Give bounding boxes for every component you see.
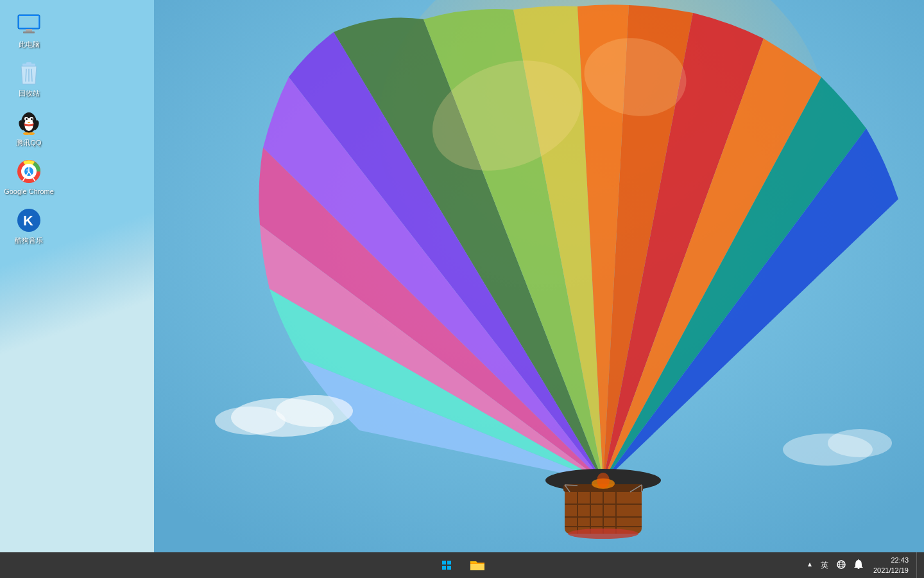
desktop-icon-kugou[interactable]: K 酷狗音乐 — [0, 202, 58, 250]
system-clock[interactable]: 22:43 2021/12/19 — [868, 554, 914, 577]
svg-rect-31 — [26, 62, 31, 64]
svg-marker-56 — [808, 563, 812, 566]
svg-rect-62 — [857, 568, 859, 569]
qq-icon-label: 腾讯QQ — [16, 138, 41, 147]
svg-point-22 — [276, 395, 353, 427]
svg-line-34 — [31, 69, 32, 82]
svg-point-44 — [28, 132, 35, 135]
chrome-icon — [16, 159, 42, 184]
file-explorer-button[interactable] — [463, 552, 492, 578]
start-button[interactable] — [432, 552, 461, 578]
svg-point-19 — [597, 473, 610, 488]
chrome-icon-label: Google Chrome — [4, 187, 54, 196]
svg-line-14 — [565, 485, 578, 486]
computer-icon — [16, 12, 42, 37]
qq-icon — [16, 110, 42, 136]
svg-point-20 — [568, 529, 638, 539]
svg-rect-29 — [23, 31, 35, 33]
taskbar: 英 22:43 2021/12/19 — [0, 552, 924, 578]
svg-point-23 — [215, 407, 286, 435]
desktop: 此电脑 回收站 — [0, 0, 924, 552]
show-hidden-icons-button[interactable] — [804, 560, 816, 570]
recycle-icon-label: 回收站 — [19, 89, 40, 98]
recycle-icon — [16, 60, 42, 86]
taskbar-center — [432, 552, 492, 578]
desktop-icon-recycle[interactable]: 回收站 — [0, 55, 58, 103]
svg-point-40 — [31, 118, 33, 120]
svg-rect-28 — [26, 29, 32, 31]
notification-icon[interactable] — [851, 558, 866, 572]
show-desktop-button[interactable] — [916, 552, 920, 578]
language-indicator[interactable]: 英 — [818, 559, 831, 572]
svg-text:K: K — [23, 213, 33, 229]
kugou-icon-label: 酷狗音乐 — [15, 236, 43, 245]
svg-point-39 — [26, 118, 28, 120]
computer-icon-label: 此电脑 — [19, 40, 40, 49]
kugou-icon: K — [16, 207, 42, 233]
desktop-icon-qq[interactable]: 腾讯QQ — [0, 105, 58, 152]
taskbar-right: 英 22:43 2021/12/19 — [804, 552, 920, 578]
svg-line-32 — [26, 69, 26, 82]
clock-date: 2021/12/19 — [873, 565, 909, 576]
svg-point-25 — [828, 429, 892, 457]
desktop-icon-computer[interactable]: 此电脑 — [0, 6, 58, 54]
svg-rect-27 — [19, 16, 38, 28]
network-icon[interactable] — [834, 559, 849, 572]
desktop-icons: 此电脑 回收站 — [0, 6, 64, 251]
clock-time: 22:43 — [873, 555, 909, 566]
desktop-icon-chrome[interactable]: Google Chrome — [0, 153, 58, 201]
